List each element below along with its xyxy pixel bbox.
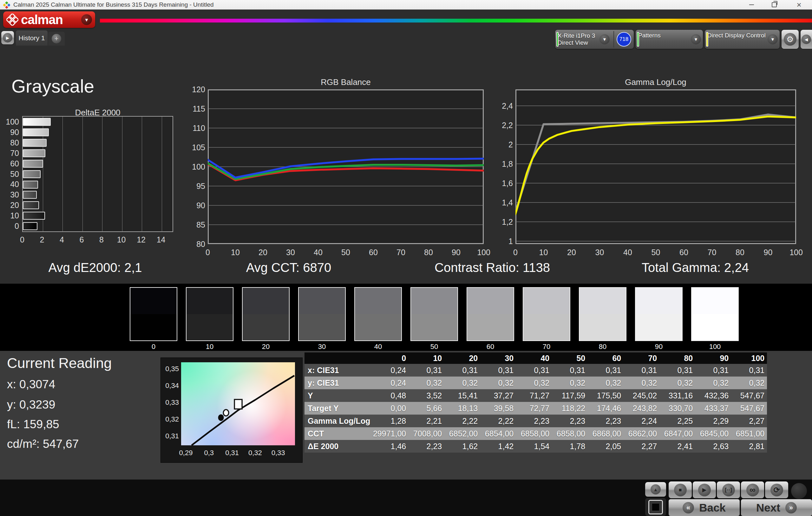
swatch-10 — [186, 287, 233, 341]
swatch-target — [186, 314, 233, 340]
gridline — [83, 117, 83, 232]
cie-y-tick: 0,31 — [164, 432, 179, 440]
swatch-level-label: 20 — [242, 343, 290, 351]
chevron-down-icon[interactable]: ▼ — [767, 34, 778, 44]
swatch-20 — [242, 287, 290, 341]
meter-id-badge[interactable]: 718 — [617, 32, 631, 47]
deltae-y-tick: 80 — [1, 138, 19, 147]
refresh-button[interactable]: ⟳ — [765, 481, 788, 498]
deltae-bar-60 — [23, 160, 43, 168]
swatch-level-label: 90 — [635, 343, 683, 351]
collapse-panel-button[interactable]: ◀ — [801, 30, 812, 49]
stop-button[interactable]: ■ — [669, 481, 692, 498]
swatch-level-label: 30 — [298, 343, 346, 351]
deltae-y-tick: 50 — [1, 170, 19, 179]
add-tab-button[interactable]: + — [48, 32, 65, 45]
layout-expand-button[interactable]: ▶ — [1, 31, 14, 44]
chevron-down-icon[interactable]: ▼ — [691, 34, 701, 44]
rgb-balance-chart — [208, 89, 484, 244]
cie-y-tick: 0,33 — [164, 398, 179, 407]
cie-overlay — [181, 362, 295, 445]
deltae-y-tick: 40 — [1, 180, 19, 189]
deltae-y-tick: 70 — [1, 149, 19, 158]
deltae-bar-100 — [23, 118, 51, 126]
pattern-window-button[interactable] — [645, 498, 666, 516]
y-tick: 110 — [187, 124, 205, 133]
cie-x-tick: 0,33 — [271, 449, 285, 457]
range-icon: [··] — [722, 484, 735, 496]
deltae-x-tick: 14 — [157, 235, 166, 244]
cie-y-tick: 0,32 — [164, 415, 179, 423]
swatch-actual — [636, 288, 682, 314]
swatch-40 — [354, 287, 402, 341]
deltae-x-tick: 12 — [137, 235, 146, 244]
deltae-bar-30 — [23, 191, 37, 199]
swatch-actual — [355, 288, 401, 314]
table-col-header: 70 — [624, 353, 660, 364]
tab-history-1[interactable]: History 1 — [16, 30, 48, 45]
swatch-60 — [467, 287, 514, 341]
x-tick: 50 — [651, 248, 660, 257]
gridline — [102, 117, 103, 232]
calman-menu-button[interactable]: calman ▼ — [3, 11, 95, 28]
swatch-actual — [243, 288, 289, 314]
swatch-target — [467, 314, 514, 340]
next-button[interactable]: Next » — [741, 499, 812, 516]
minimize-button[interactable] — [744, 0, 759, 9]
app-icon — [3, 2, 10, 8]
reading-marker-filled — [218, 414, 224, 421]
reading-fl: fL: 159,85 — [7, 418, 59, 431]
double-chevron-right-icon: » — [785, 502, 797, 513]
play-right-icon: ▶ — [3, 33, 12, 42]
deltae-bar-20 — [23, 201, 39, 209]
deltae-x-tick: 10 — [117, 235, 126, 244]
swatch-level-label: 70 — [523, 343, 570, 351]
current-reading-title: Current Reading — [7, 355, 112, 371]
y-tick: 1,2 — [494, 217, 513, 226]
meter-status-bar — [556, 32, 558, 47]
y-tick: 120 — [187, 85, 205, 94]
deltae-y-tick: 60 — [1, 159, 19, 168]
reading-cdm2: cd/m²: 547,67 — [7, 437, 79, 451]
chevron-down-icon[interactable]: ▼ — [600, 34, 610, 44]
pattern-scroll-up-button[interactable]: ▲ — [645, 482, 666, 497]
swatch-level-label: 0 — [130, 343, 177, 351]
swatch-actual — [692, 288, 738, 314]
gamma-chart — [516, 89, 796, 244]
deltae-bar-90 — [23, 128, 49, 136]
swatch-target — [355, 314, 401, 340]
page-title: Grayscale — [11, 75, 94, 97]
settings-button[interactable]: ⚙ — [782, 30, 799, 49]
deltae-bar-80 — [23, 139, 47, 147]
plus-icon: + — [52, 34, 61, 43]
x-tick: 90 — [452, 248, 461, 257]
swatch-30 — [298, 287, 346, 341]
play-button[interactable]: ▶ — [693, 481, 716, 498]
x-tick: 50 — [341, 248, 350, 257]
swatch-80 — [579, 287, 627, 341]
square-icon — [648, 500, 663, 514]
restore-button[interactable] — [767, 0, 782, 9]
patterns-dropdown[interactable]: Patterns ▼ — [636, 30, 703, 49]
back-button[interactable]: « Back — [669, 499, 740, 516]
deltae-x-tick: 8 — [99, 235, 104, 244]
range-button[interactable]: [··] — [717, 481, 740, 498]
swatch-70 — [523, 287, 570, 341]
deltae-y-tick: 10 — [1, 211, 19, 220]
swatch-actual — [523, 288, 570, 314]
close-button[interactable]: × — [792, 0, 806, 9]
x-tick: 30 — [596, 248, 604, 257]
chevron-down-icon[interactable]: ▼ — [81, 14, 92, 25]
gridline — [142, 117, 142, 232]
loop-button[interactable]: ∞ — [741, 481, 764, 498]
x-tick: 70 — [397, 248, 405, 257]
table-col-header: 60 — [588, 353, 624, 364]
y-tick: 1,8 — [494, 159, 513, 169]
y-tick: 1,6 — [494, 179, 513, 188]
meter-dropdown[interactable]: X-Rite i1Pro 3Direct View ▼ 718 — [555, 30, 634, 49]
swatch-target — [299, 314, 345, 340]
x-tick: 0 — [513, 248, 518, 257]
display-control-dropdown[interactable]: Direct Display Control ▼ — [705, 30, 780, 49]
play-icon: ▶ — [698, 484, 711, 496]
next-label: Next — [756, 502, 780, 514]
